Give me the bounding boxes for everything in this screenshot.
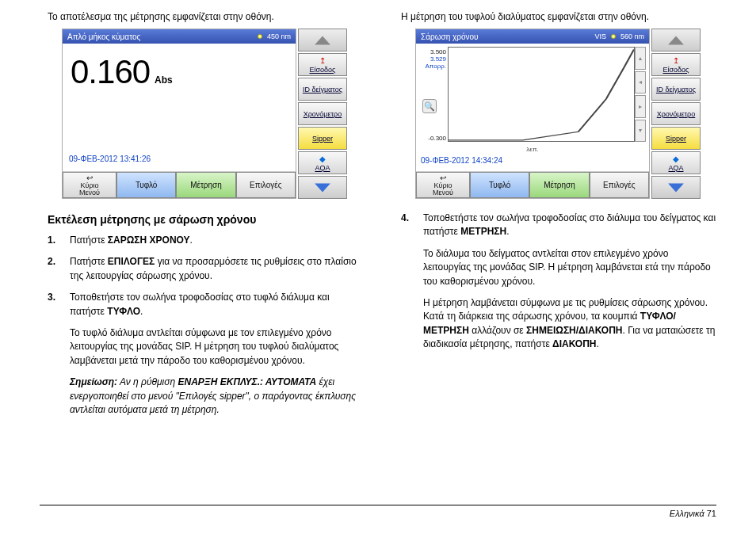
aqa-button[interactable]: ◆ AQA [651, 151, 701, 174]
x-axis-label: λεπ. [526, 146, 538, 153]
svg-marker-2 [668, 36, 684, 44]
svg-marker-3 [668, 183, 684, 192]
device-time-scan: Σάρωση χρόνου VIS 560 nm 3.500 3.529Απορ… [415, 29, 701, 199]
note: Σημείωση: Αν η ρύθμιση ΕΝΑΡΞΗ ΕΚΠΛΥΣ.: Α… [70, 376, 363, 417]
chart-scroll: ▴ ◂ ▸ ▾ [635, 47, 646, 142]
sample-id-button[interactable]: ID δείγματος [651, 78, 701, 101]
scroll-up-button[interactable] [298, 29, 347, 51]
page-footer: Ελληνικά 71 [40, 505, 716, 518]
aqa-icon: ◆ [319, 154, 326, 163]
sipper-button[interactable]: Sipper [298, 127, 347, 150]
right-column: Η μέτρηση του τυφλού διαλύματος εμφανίζε… [401, 11, 716, 425]
chart-down-icon[interactable]: ▾ [635, 120, 646, 143]
blank-button[interactable]: Τυφλό [470, 172, 529, 198]
mode: VIS [594, 32, 606, 40]
options-button[interactable]: Επιλογές [236, 172, 296, 198]
step-4-p2: Η μέτρηση λαμβάνεται σύμφωνα με τις ρυθμ… [423, 296, 716, 352]
reading-value: 0.160 [71, 53, 150, 91]
zoom-icon[interactable]: 🔍 [422, 99, 437, 113]
timer-button[interactable]: Χρονόμετρο [651, 102, 701, 125]
sample-id-button[interactable]: ID δείγματος [298, 78, 347, 101]
chart-left-icon[interactable]: ◂ [635, 71, 646, 94]
measure-button[interactable]: Μέτρηση [176, 172, 235, 198]
measure-button[interactable]: Μέτρηση [529, 172, 589, 198]
blank-button[interactable]: Τυφλό [116, 172, 176, 198]
main-menu-button[interactable]: ↩ Κύριο Μενού [416, 172, 470, 198]
titlebar: Σάρωση χρόνου VIS 560 nm [416, 29, 649, 44]
left-intro: Το αποτέλεσμα της μέτρησης εμφανίζεται σ… [48, 11, 363, 22]
entry-button[interactable]: ↥ Είσοδος [298, 53, 347, 76]
wavelength: 560 nm [620, 32, 644, 40]
aqa-button[interactable]: ◆ AQA [298, 151, 347, 174]
scroll-down-button[interactable] [651, 176, 701, 199]
options-button[interactable]: Επιλογές [590, 172, 649, 198]
steps-list-right: 4. Τοποθετήστε τον σωλήνα τροφοδοσίας στ… [401, 212, 716, 360]
step-3: 3. Τοποθετήστε τον σωλήνα τροφοδοσίας στ… [48, 291, 363, 417]
step-3-para: Το τυφλό διάλυμα αντλείται σύμφωνα με το… [70, 326, 363, 368]
status-dot-icon [258, 34, 262, 39]
titlebar: Απλό μήκος κύματος 450 nm [63, 29, 296, 44]
reading-unit: Abs [155, 74, 173, 86]
entry-icon: ↥ [673, 56, 679, 65]
section-heading: Εκτέλεση μέτρησης με σάρωση χρόνου [48, 213, 363, 226]
svg-marker-0 [315, 36, 330, 44]
step-4-p1: Το διάλυμα του δείγματος αντλείται στον … [423, 247, 716, 288]
entry-icon: ↥ [319, 56, 326, 65]
timestamp: 09-ΦΕΒ-2012 13:41:26 [67, 151, 291, 166]
title-text: Απλό μήκος κύματος [67, 32, 140, 41]
chart-area [448, 47, 635, 142]
step-4: 4. Τοποθετήστε τον σωλήνα τροφοδοσίας στ… [401, 212, 716, 360]
scroll-down-button[interactable] [298, 176, 347, 199]
title-text: Σάρωση χρόνου [421, 32, 479, 41]
timestamp: 09-ΦΕΒ-2012 14:34:24 [419, 153, 646, 168]
main-menu-button[interactable]: ↩ Κύριο Μενού [63, 172, 116, 198]
step-1: 1. Πατήστε ΣΑΡΩΣΗ ΧΡΟΝΟΥ. [48, 234, 363, 247]
entry-button[interactable]: ↥ Είσοδος [651, 53, 701, 76]
sipper-button[interactable]: Sipper [651, 127, 701, 150]
chart-right-icon[interactable]: ▸ [635, 95, 646, 118]
step-2: 2. Πατήστε ΕΠΙΛΟΓΕΣ για να προσαρμόσετε … [48, 255, 363, 283]
chart-up-icon[interactable]: ▴ [635, 47, 646, 70]
device-single-wavelength: Απλό μήκος κύματος 450 nm 0.160 Abs 09-Φ… [62, 29, 347, 199]
back-arrow-icon: ↩ [440, 174, 446, 182]
wavelength: 450 nm [267, 32, 291, 40]
back-arrow-icon: ↩ [86, 174, 93, 182]
timer-button[interactable]: Χρονόμετρο [298, 102, 347, 125]
status-dot-icon [611, 34, 616, 39]
steps-list: 1. Πατήστε ΣΑΡΩΣΗ ΧΡΟΝΟΥ. 2. Πατήστε ΕΠΙ… [48, 234, 363, 417]
aqa-icon: ◆ [673, 154, 679, 163]
scroll-up-button[interactable] [651, 29, 701, 51]
svg-marker-1 [315, 183, 330, 192]
right-intro: Η μέτρηση του τυφλού διαλύματος εμφανίζε… [401, 11, 716, 22]
left-column: Το αποτέλεσμα της μέτρησης εμφανίζεται σ… [48, 11, 363, 425]
